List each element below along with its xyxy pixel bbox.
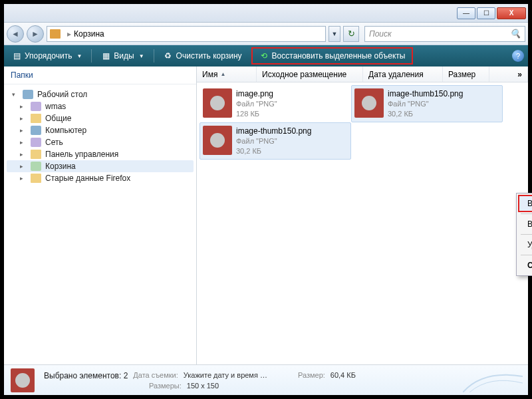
tree-item[interactable]: ▸Компьютер <box>7 124 194 136</box>
tree-item-label: Сеть <box>45 138 63 147</box>
organize-label: Упорядочить <box>25 51 72 61</box>
toolbar-separator <box>154 49 154 63</box>
file-thumbnail <box>354 88 384 118</box>
file-list[interactable]: image.pngФайл "PNG"128 КБimage-thumb150.… <box>197 82 528 364</box>
file-type: Файл "PNG" <box>388 99 463 109</box>
status-size-value: 60,4 КБ <box>331 371 356 380</box>
status-thumbnail <box>11 368 35 392</box>
back-button[interactable]: ◄ <box>7 25 24 43</box>
folders-header[interactable]: Папки <box>4 66 196 84</box>
breadcrumb-label: Корзина <box>74 29 104 39</box>
chevron-down-icon: ▼ <box>139 53 144 59</box>
empty-label: Очистить корзину <box>176 51 242 61</box>
file-item[interactable]: image.pngФайл "PNG"128 КБ <box>200 85 351 122</box>
organize-button[interactable]: ▤ Упорядочить ▼ <box>8 49 86 63</box>
desktop-icon <box>23 90 33 99</box>
recycle-icon: ♻ <box>164 51 173 61</box>
column-date-deleted[interactable]: Дата удаления <box>363 66 443 82</box>
breadcrumb-history-dropdown[interactable]: ▼ <box>329 26 340 42</box>
chevron-right-icon: ▸ <box>67 29 71 39</box>
status-dims-label: Размеры: <box>149 382 182 390</box>
collapse-icon[interactable]: ▾ <box>12 91 19 98</box>
column-label: Исходное размещение <box>262 70 346 79</box>
expand-icon[interactable]: ▸ <box>20 175 27 182</box>
tree-item[interactable]: ▸Общие <box>7 112 194 124</box>
ctx-label: Удалить <box>527 240 532 249</box>
status-dims-value: 150 x 150 <box>187 382 219 390</box>
ctx-cut[interactable]: Вырезать <box>518 215 532 233</box>
ctx-delete[interactable]: Удалить <box>518 236 532 253</box>
tree-item-label: Корзина <box>45 162 76 171</box>
status-size-label: Размер: <box>298 371 325 380</box>
views-button[interactable]: ▦ Виды ▼ <box>97 49 148 63</box>
file-item[interactable]: image-thumb150.pngФайл "PNG"30,2 КБ <box>351 85 503 122</box>
expand-icon[interactable]: ▸ <box>20 139 27 146</box>
tree-item-label: Компьютер <box>45 126 86 135</box>
close-button[interactable]: X <box>497 7 526 19</box>
navigation-pane: Папки ▾ Рабочий стол ▸wmas▸Общие▸Компьют… <box>4 66 197 364</box>
minimize-button[interactable]: — <box>457 7 475 19</box>
refresh-button[interactable]: ↻ <box>343 26 359 42</box>
status-date-label: Дата съемки: <box>133 371 178 380</box>
file-metadata: image-thumb150.pngФайл "PNG"30,2 КБ <box>388 88 463 119</box>
expand-icon[interactable]: ▸ <box>20 115 27 122</box>
tree-item[interactable]: ▸Сеть <box>7 136 194 148</box>
file-name: image-thumb150.png <box>388 88 463 99</box>
address-bar: ◄ ► ▸ Корзина ▼ ↻ Поиск 🔍 <box>4 23 528 45</box>
expand-icon[interactable]: ▸ <box>20 103 27 110</box>
toolbar-separator <box>91 49 92 63</box>
tree-item-desktop[interactable]: ▾ Рабочий стол <box>7 88 194 100</box>
folder-icon <box>31 150 41 159</box>
file-item[interactable]: image-thumb150.pngФайл "PNG"30,2 КБ <box>200 122 351 160</box>
details-pane: Выбрано элементов: 2 Дата съемки: Укажит… <box>4 364 528 395</box>
restore-selected-button[interactable]: ⟲ Восстановить выделенные объекты <box>255 49 410 63</box>
maximize-button[interactable]: ☐ <box>477 7 495 19</box>
tree-item-label: wmas <box>45 102 66 111</box>
forward-button[interactable]: ► <box>27 25 44 43</box>
file-metadata: image-thumb150.pngФайл "PNG"30,2 КБ <box>236 126 311 156</box>
column-size[interactable]: Размер <box>443 66 489 82</box>
folder-icon <box>31 174 41 183</box>
ctx-label: Вырезать <box>527 219 532 229</box>
command-bar: ▤ Упорядочить ▼ ▦ Виды ▼ ♻ Очистить корз… <box>4 45 528 66</box>
tree-item[interactable]: ▸wmas <box>7 100 194 112</box>
search-input[interactable]: Поиск 🔍 <box>364 26 525 42</box>
tree-item[interactable]: ▸Старые данные Firefox <box>7 172 194 184</box>
expand-icon[interactable]: ▸ <box>20 127 27 134</box>
column-original-location[interactable]: Исходное размещение <box>257 66 363 82</box>
sort-asc-icon: ▲ <box>220 71 225 77</box>
file-size: 128 КБ <box>236 109 277 119</box>
tree-item[interactable]: ▸Панель управления <box>7 148 194 160</box>
ctx-separator <box>521 255 532 255</box>
tree-item-label: Панель управления <box>45 150 118 159</box>
file-type: Файл "PNG" <box>236 99 277 109</box>
file-size: 30,2 КБ <box>236 146 311 156</box>
ctx-restore[interactable]: Восстановить <box>518 195 532 212</box>
status-date-value[interactable]: Укажите дату и время … <box>184 371 267 380</box>
expand-icon[interactable]: ▸ <box>20 151 27 158</box>
ctx-properties[interactable]: Свойства <box>518 257 532 274</box>
restore-icon: ⟲ <box>259 51 269 61</box>
ctx-separator <box>521 213 532 214</box>
folder-icon <box>31 138 41 147</box>
restore-label: Восстановить выделенные объекты <box>272 51 406 61</box>
tree-item[interactable]: ▸Корзина <box>7 160 194 172</box>
column-name[interactable]: Имя ▲ <box>197 66 257 82</box>
breadcrumb[interactable]: ▸ Корзина <box>47 26 326 42</box>
search-placeholder: Поиск <box>369 29 392 39</box>
restore-highlight: ⟲ Восстановить выделенные объекты <box>251 47 414 65</box>
file-name: image.png <box>236 88 277 99</box>
file-metadata: image.pngФайл "PNG"128 КБ <box>236 88 277 119</box>
search-icon: 🔍 <box>510 29 521 39</box>
ctx-label: Свойства <box>527 261 532 270</box>
column-chooser[interactable]: » <box>512 66 528 82</box>
file-size: 30,2 КБ <box>388 109 463 119</box>
organize-icon: ▤ <box>12 51 21 61</box>
ctx-separator <box>521 234 532 235</box>
empty-recycle-button[interactable]: ♻ Очистить корзину <box>160 49 246 63</box>
help-button[interactable]: ? <box>512 50 524 62</box>
folder-icon <box>31 102 41 111</box>
folder-icon <box>31 126 41 135</box>
expand-icon[interactable]: ▸ <box>20 163 27 170</box>
file-thumbnail <box>203 88 232 118</box>
